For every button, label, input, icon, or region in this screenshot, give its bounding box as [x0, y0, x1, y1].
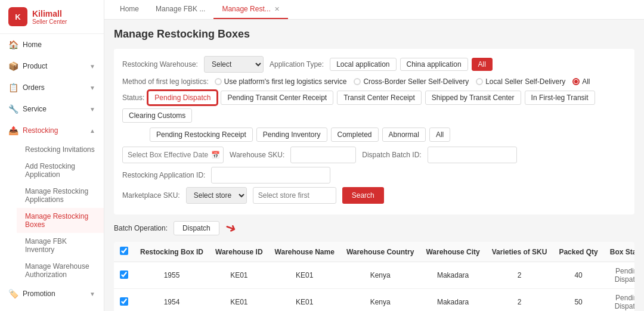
status-all-btn[interactable]: All — [429, 127, 450, 142]
brand-name: Kilimall — [32, 9, 67, 18]
box-effective-date-input[interactable] — [122, 147, 224, 163]
radio-platform[interactable]: Use platform's first leg logistics servi… — [215, 77, 347, 86]
sidebar-item-service[interactable]: 🔧 Service ▼ — [0, 98, 104, 120]
restocking-app-id-label: Restocking Application ID: — [122, 171, 205, 179]
sidebar-item-service-label: Service — [23, 105, 47, 113]
sidebar-item-manage-restocking-boxes[interactable]: Manage Restocking Boxes — [17, 208, 104, 233]
row-1-box-status: Pending Dispatch — [604, 262, 634, 289]
restocking-app-id-input[interactable] — [211, 167, 330, 184]
tab-manage-fbk-label: Manage FBK ... — [156, 5, 205, 13]
row-1-packed-qty: 40 — [553, 262, 603, 289]
row-1-warehouse-name: KE01 — [269, 262, 340, 289]
app-type-china-btn[interactable]: China application — [400, 58, 468, 71]
app-type-label: Application Type: — [270, 60, 324, 69]
sidebar-item-manage-warehouse-auth[interactable]: Manage Warehouse Authorization — [17, 258, 104, 283]
row-1-warehouse-city: Makadara — [420, 262, 485, 289]
tab-home[interactable]: Home — [112, 0, 147, 19]
sidebar: K Kilimall Seller Center 🏠 Home 📦 Produc… — [0, 0, 104, 311]
service-icon: 🔧 — [8, 104, 18, 114]
radio-platform-dot — [215, 78, 222, 85]
search-button[interactable]: Search — [342, 187, 384, 204]
sidebar-item-manage-fbk-inventory[interactable]: Manage FBK Inventory — [17, 233, 104, 258]
warehouse-label: Restocking Warehouse: — [122, 60, 198, 69]
sidebar-item-orders-label: Orders — [23, 83, 45, 92]
row-1-box-id: 1955 — [134, 262, 209, 289]
sidebar-item-restocking[interactable]: 📤 Restocking ▲ — [0, 120, 104, 141]
status-row-1: Status: Pending Dispatch Pending Transit… — [122, 91, 626, 123]
radio-cross-border-dot — [354, 78, 361, 85]
row-2-check[interactable] — [120, 297, 128, 306]
filter-box: Restocking Warehouse: Select Application… — [114, 49, 634, 214]
sidebar-item-promotion[interactable]: 🏷️ Promotion ▼ — [0, 283, 104, 304]
row-1-check[interactable] — [120, 270, 128, 279]
batch-operation-label: Batch Operation: — [114, 224, 168, 232]
status-transit-center-btn[interactable]: Transit Center Receipt — [337, 91, 422, 105]
filter-row-1: Restocking Warehouse: Select Application… — [122, 56, 626, 73]
row-2-warehouse-id: KE01 — [209, 289, 269, 312]
row-1-warehouse-id: KE01 — [209, 262, 269, 289]
status-shipped-transit-btn[interactable]: Shipped by Transit Center — [425, 91, 521, 105]
sidebar-item-promotion-label: Promotion — [23, 290, 55, 298]
radio-all-logistics-label: All — [582, 77, 590, 86]
status-completed-btn[interactable]: Completed — [331, 127, 379, 142]
promotion-icon: 🏷️ — [8, 289, 18, 298]
status-pending-restocking-btn[interactable]: Pending Restocking Receipt — [150, 127, 253, 142]
app-type-all-btn[interactable]: All — [472, 58, 493, 71]
row-2-checkbox — [114, 289, 134, 312]
tab-home-label: Home — [120, 5, 139, 13]
sidebar-item-add-restocking[interactable]: Add Restocking Application — [17, 158, 104, 183]
status-pending-inventory-btn[interactable]: Pending Inventory — [256, 127, 327, 142]
status-in-first-leg-btn[interactable]: In First-leg Transit — [525, 91, 595, 105]
sidebar-logo: K Kilimall Seller Center — [0, 0, 104, 34]
tab-manage-rest[interactable]: Manage Rest... ✕ — [213, 0, 287, 19]
warehouse-sku-input[interactable] — [290, 147, 356, 163]
sidebar-item-orders[interactable]: 📋 Orders ▼ — [0, 77, 104, 98]
tab-close-icon[interactable]: ✕ — [274, 5, 280, 13]
product-chevron-icon: ▼ — [89, 63, 95, 70]
col-checkbox — [114, 242, 134, 262]
sidebar-item-restocking-invitations[interactable]: Restocking Invitations — [17, 141, 104, 158]
filter-row-2: Method of first leg logistics: Use platf… — [122, 77, 626, 86]
radio-local-seller-label: Local Seller Self-Delivery — [485, 77, 565, 86]
sidebar-item-product[interactable]: 📦 Product ▼ — [0, 55, 104, 77]
dispatch-batch-input[interactable] — [428, 147, 517, 163]
restocking-warehouse-select[interactable]: Select — [204, 56, 264, 73]
restocking-icon: 📤 — [8, 126, 18, 135]
row-2-warehouse-city: Makadara — [420, 289, 485, 312]
status-row-2: Pending Restocking Receipt Pending Inven… — [122, 127, 626, 142]
batch-operation-row: Batch Operation: Dispatch ➜ — [114, 220, 634, 236]
product-icon: 📦 — [8, 61, 18, 71]
radio-local-seller[interactable]: Local Seller Self-Delivery — [476, 77, 565, 86]
marketplace-store-select[interactable]: Select store — [186, 187, 247, 204]
col-warehouse-country: Warehouse Country — [340, 242, 420, 262]
page-title: Manage Restocking Boxes — [114, 28, 634, 41]
status-pending-transit-btn[interactable]: Pending Transit Center Receipt — [221, 91, 333, 105]
radio-cross-border[interactable]: Cross-Border Seller Self-Delivery — [354, 77, 469, 86]
input-row-3: Marketplace SKU: Select store Search — [122, 187, 626, 204]
page-content: Manage Restocking Boxes Restocking Wareh… — [104, 20, 644, 311]
data-table: Restocking Box ID Warehouse ID Warehouse… — [114, 242, 634, 311]
sidebar-item-manage-restocking-apps[interactable]: Manage Restocking Applications — [17, 183, 104, 208]
table-row: 1955 KE01 KE01 Kenya Makadara 2 40 Pendi… — [114, 262, 634, 289]
restocking-chevron-icon: ▲ — [89, 127, 95, 134]
status-abnormal-btn[interactable]: Abnormal — [382, 127, 426, 142]
select-all-checkbox[interactable] — [120, 247, 128, 255]
select-store-first-input[interactable] — [253, 187, 336, 204]
restocking-submenu: Restocking Invitations Add Restocking Ap… — [0, 141, 104, 283]
col-box-status: Box Status — [604, 242, 634, 262]
dispatch-button[interactable]: Dispatch — [174, 221, 219, 235]
app-type-local-btn[interactable]: Local application — [330, 58, 396, 71]
row-2-varieties-sku: 2 — [486, 289, 553, 312]
sidebar-item-home[interactable]: 🏠 Home — [0, 34, 104, 55]
row-2-warehouse-name: KE01 — [269, 289, 340, 312]
radio-all-logistics[interactable]: All — [572, 77, 590, 86]
table-row: 1954 KE01 KE01 Kenya Makadara 2 50 Pendi… — [114, 289, 634, 312]
radio-local-seller-dot — [476, 78, 483, 85]
status-pending-dispatch-btn[interactable]: Pending Dispatch — [148, 91, 217, 105]
status-clearing-customs-btn[interactable]: Clearing Customs — [122, 108, 192, 123]
row-2-packed-qty: 50 — [553, 289, 603, 312]
radio-cross-border-label: Cross-Border Seller Self-Delivery — [363, 77, 469, 86]
sidebar-item-restocking-label: Restocking — [23, 126, 58, 135]
orders-icon: 📋 — [8, 83, 18, 92]
tab-manage-fbk[interactable]: Manage FBK ... — [147, 0, 213, 19]
